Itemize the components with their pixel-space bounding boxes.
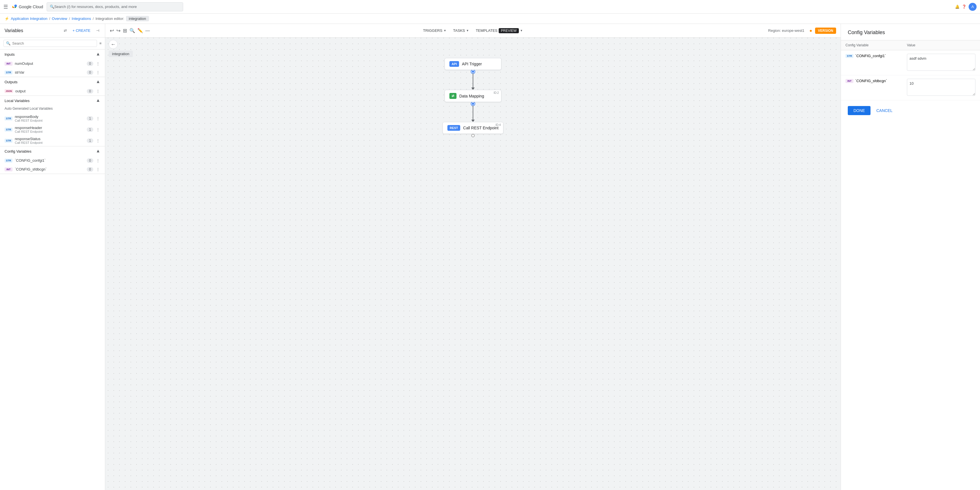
hamburger-icon[interactable]: ☰ <box>3 4 8 10</box>
var-menu-icon[interactable]: ⋮ <box>95 138 100 143</box>
config-row-2: INT `CONFIG_sfdbcgn` 10 <box>841 75 980 100</box>
templates-button[interactable]: TEMPLATES PREVIEW ▼ <box>473 27 526 35</box>
cancel-button[interactable]: CANCEL <box>875 106 894 115</box>
node-label: API Trigger <box>462 62 482 66</box>
var-name: responseStatus <box>15 137 84 141</box>
triggers-button[interactable]: TRIGGERS ▼ <box>420 27 449 34</box>
sidebar: Variables ⇄ + CREATE ⊣ 🔍 ≡ Inputs ▼ INT <box>0 24 105 490</box>
breadcrumb-overview[interactable]: Overview <box>52 16 67 21</box>
panel-header: Config Variables <box>841 24 980 40</box>
search-wrapper: 🔍 <box>3 40 97 47</box>
type-badge-str: STR <box>845 54 853 58</box>
sidebar-action-icons: ⇄ + CREATE ⊣ <box>62 27 100 34</box>
connector-dot <box>471 102 475 105</box>
breadcrumb-app-integration[interactable]: Application Integration <box>11 16 48 21</box>
global-search-placeholder: Search (/) for resources, docs, products… <box>54 5 137 9</box>
outputs-section-title: Outputs <box>5 80 96 84</box>
node-label: Call REST Endpoint <box>463 125 498 130</box>
config-var-label-2: `CONFIG_sfdbcgn` <box>855 79 887 83</box>
var-menu-icon[interactable]: ⋮ <box>95 116 100 121</box>
create-button[interactable]: + CREATE <box>70 27 93 34</box>
var-item-responseStatus: STR responseStatus Call REST Endpoint 1 … <box>0 135 105 146</box>
panel-actions: DONE CANCEL <box>841 100 980 121</box>
outputs-section: Outputs ▼ JSON output 0 ⋮ <box>0 77 105 96</box>
var-sub: Call REST Endpoint <box>15 130 84 133</box>
network-icon[interactable]: ⊞ <box>123 28 127 34</box>
var-menu-icon[interactable]: ⋮ <box>95 127 100 132</box>
config-row-1: STR `CONFIG_confgi1` asdf sdvm <box>841 50 980 75</box>
breadcrumb-integrations[interactable]: Integrations <box>72 16 91 21</box>
filter-icon[interactable]: ≡ <box>99 41 102 46</box>
var-count: 1 <box>87 127 93 132</box>
var-name: responseBody <box>15 114 84 119</box>
type-badge-str: STR <box>5 139 13 143</box>
connector-1 <box>471 70 475 90</box>
local-variables-section-header[interactable]: Local Variables ▼ <box>0 96 105 105</box>
var-info: responseStatus Call REST Endpoint <box>15 137 84 144</box>
search-icon: 🔍 <box>6 41 11 46</box>
sidebar-title: Variables <box>5 28 60 33</box>
var-name: output <box>15 89 85 93</box>
done-button[interactable]: DONE <box>848 106 870 115</box>
notifications-icon[interactable]: 🔔 <box>955 5 959 9</box>
collapse-icon[interactable]: ⊣ <box>95 27 100 34</box>
connector-arrow <box>471 87 475 90</box>
var-item-responseBody: STR responseBody Call REST Endpoint 1 ⋮ <box>0 113 105 124</box>
search-container: 🔍 ≡ <box>0 38 105 49</box>
var-item-output: JSON output 0 ⋮ <box>0 87 105 95</box>
outputs-chevron: ▼ <box>96 79 100 84</box>
var-name: numOutput <box>15 61 84 66</box>
help-icon[interactable]: ❓ <box>962 5 966 9</box>
data-mapping-node[interactable]: ID:2 ⇄ Data Mapping <box>444 90 501 102</box>
var-name: strVar <box>15 70 84 75</box>
outputs-section-header[interactable]: Outputs ▼ <box>0 77 105 87</box>
account-icon[interactable]: A <box>969 3 977 11</box>
var-count: 0 <box>87 89 93 94</box>
var-sub: Call REST Endpoint <box>15 141 84 144</box>
global-search-icon: 🔍 <box>50 5 54 9</box>
var-count: 1 <box>87 116 93 121</box>
var-item-numOutput: INT numOutput 0 ⋮ <box>0 59 105 68</box>
config-variables-section-header[interactable]: Config Variables ▼ <box>0 146 105 156</box>
connector-circle-empty <box>471 134 475 137</box>
inputs-section: Inputs ▼ INT numOutput 0 ⋮ STR strVar 0 … <box>0 49 105 77</box>
config-value-input-1[interactable]: asdf sdvm <box>907 54 975 71</box>
config-variables-section-title: Config Variables <box>5 149 96 154</box>
connector-2 <box>471 102 475 122</box>
config-var-name-1: STR `CONFIG_confgi1` <box>845 54 898 58</box>
config-vars-chevron: ▼ <box>96 149 100 154</box>
minus-icon[interactable]: — <box>145 28 150 33</box>
var-item-config2: INT `CONFIG_sfdbcgn` 0 ⋮ <box>0 165 105 174</box>
var-item-responseHeader: STR responseHeader Call REST Endpoint 1 … <box>0 124 105 135</box>
config-value-input-2[interactable]: 10 <box>907 79 975 96</box>
connector-3 <box>471 134 475 137</box>
undo-icon[interactable]: ↩ <box>110 28 114 34</box>
api-trigger-node[interactable]: API API Trigger <box>444 58 501 70</box>
var-menu-icon[interactable]: ⋮ <box>95 70 100 75</box>
sidebar-header: Variables ⇄ + CREATE ⊣ <box>0 24 105 38</box>
var-name: responseHeader <box>15 125 84 130</box>
var-menu-icon[interactable]: ⋮ <box>95 158 100 163</box>
inputs-section-header[interactable]: Inputs ▼ <box>0 49 105 59</box>
var-item-config1: STR `CONFIG_confgi1` 0 ⋮ <box>0 156 105 165</box>
var-count: 0 <box>87 61 93 66</box>
back-button-area: ← integration <box>109 40 133 57</box>
var-menu-icon[interactable]: ⋮ <box>95 61 100 66</box>
search-input[interactable] <box>12 41 94 46</box>
back-button[interactable]: ← <box>109 40 118 49</box>
connector-line <box>473 73 473 87</box>
global-search-bar[interactable]: 🔍 Search (/) for resources, docs, produc… <box>47 2 183 11</box>
edit-icon[interactable]: ✏️ <box>137 28 143 33</box>
nav-right-icons: 🔔 ❓ A <box>955 3 977 11</box>
var-menu-icon[interactable]: ⋮ <box>95 89 100 94</box>
swap-icon[interactable]: ⇄ <box>62 27 68 34</box>
type-badge-str: STR <box>5 117 13 121</box>
var-info: responseBody Call REST Endpoint <box>15 114 84 122</box>
zoom-icon[interactable]: 🔍 <box>129 28 135 33</box>
redo-icon[interactable]: ↪ <box>116 28 121 34</box>
config-var-label-1: `CONFIG_confgi1` <box>855 54 886 58</box>
rest-endpoint-node[interactable]: ID:4 REST Call REST Endpoint <box>442 122 503 134</box>
tasks-button[interactable]: TASKS ▼ <box>450 27 472 34</box>
var-menu-icon[interactable]: ⋮ <box>95 167 100 172</box>
inputs-chevron: ▼ <box>96 52 100 57</box>
